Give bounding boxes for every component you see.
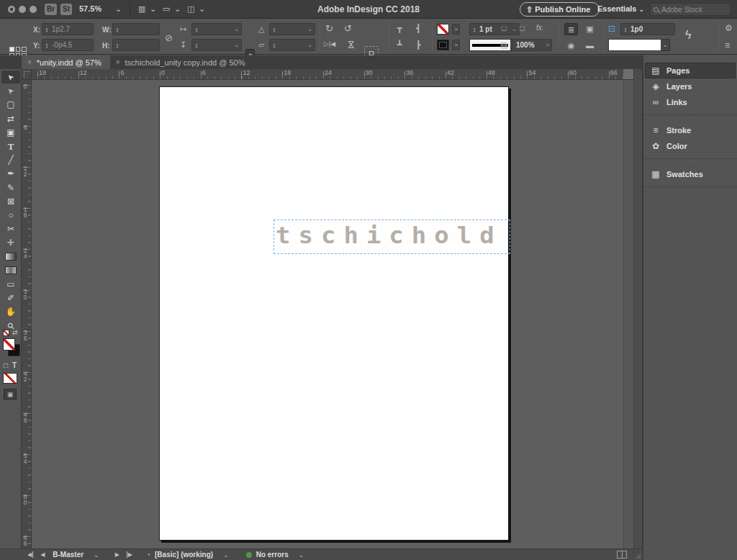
next-page-button[interactable]: ▶ [115, 551, 119, 558]
workspace-switcher[interactable]: Essentials ⌄ [597, 4, 644, 13]
direct-selection-tool[interactable]: ➤ [1, 84, 20, 97]
corner-shape-icon[interactable]: □ [520, 24, 525, 32]
scale-y-icon: ↧ [180, 41, 186, 49]
type-tool[interactable]: T [1, 140, 20, 153]
page-select-chevron-icon[interactable]: ⌄ [94, 551, 99, 559]
page-select-dropdown[interactable]: B-Master [53, 551, 83, 559]
text-wrap-jump-button[interactable]: ▬ [583, 40, 597, 52]
ruler-origin[interactable] [22, 69, 32, 80]
free-transform-tool[interactable]: ✛ [1, 236, 20, 249]
group-drag-handle[interactable]: ······ [643, 115, 737, 122]
tab-unity[interactable]: × *unity.indd @ 57% [22, 55, 110, 69]
text-wrap-none-button[interactable]: ≣ [564, 23, 578, 35]
fill-swatch[interactable] [3, 338, 15, 351]
w-field[interactable]: ▴▾ [112, 23, 160, 35]
y-field[interactable]: ▴▾ -0p4.5 [42, 39, 94, 51]
panel-icon: ▦ [645, 169, 666, 179]
formatting-affects-container-icon[interactable]: □ [4, 361, 8, 369]
rotate-cw-icon[interactable]: ↻ [325, 24, 333, 33]
fill-color-swatch[interactable] [437, 40, 449, 50]
vertical-scrollbar[interactable] [623, 80, 633, 548]
panel-stroke[interactable]: ≡ Stroke [645, 122, 736, 138]
gap-tool[interactable]: ⇄ [1, 112, 20, 125]
preflight-profile[interactable]: [Basic] (working) [155, 551, 213, 559]
group-drag-handle[interactable]: ······ [643, 55, 737, 63]
object-style-dropdown[interactable]: ⌄ [608, 39, 670, 51]
distribute-top-icon[interactable]: ┳ [397, 24, 402, 32]
distribute-bottom-icon[interactable]: ┻ [397, 41, 402, 49]
resize-grip[interactable]: ◢ [635, 551, 641, 559]
document-page[interactable]: tschichold [159, 86, 509, 541]
corner-options-icon[interactable]: □ [502, 24, 507, 32]
search-input[interactable] [661, 6, 725, 14]
group-drag-handle[interactable]: ······ [643, 159, 737, 166]
gradient-feather-tool[interactable] [1, 264, 20, 277]
preflight-chevron-icon[interactable]: ⌄ [223, 551, 229, 559]
first-page-button[interactable]: ◀ [27, 551, 33, 558]
panel-menu-icon[interactable]: ≡ [725, 41, 730, 50]
tab-close-icon[interactable]: × [116, 58, 120, 66]
scissors-tool[interactable]: ✂ [1, 222, 20, 235]
rotation-angle-field[interactable]: ▴▾⌄ [269, 23, 315, 35]
preflight-menu-chevron-icon[interactable]: ⌄ [299, 551, 304, 559]
apply-none-button[interactable] [3, 373, 17, 384]
note-tool[interactable]: ▭ [1, 278, 20, 291]
constrain-wh-link-icon[interactable]: ⊘ [165, 33, 173, 42]
panel-pages[interactable]: ▤ Pages [645, 63, 736, 78]
effects-fx-icon[interactable]: fx. [536, 24, 544, 32]
stroke-color-swatch[interactable] [437, 24, 449, 35]
rectangle-frame-tool[interactable]: ⊠ [1, 195, 20, 208]
spread-view-icon[interactable] [617, 551, 627, 559]
pen-tool[interactable]: ✒ [1, 167, 20, 180]
content-collector-tool[interactable]: ▣ [1, 126, 20, 139]
distribute-left-icon[interactable]: ┫ [416, 24, 421, 32]
corner-radius-field[interactable]: ▴▾ 1p0 [620, 23, 675, 35]
distribute-right-icon[interactable]: ┣ [416, 41, 421, 49]
scale-y-field[interactable]: ▴▾⌄ [191, 39, 242, 51]
publish-online-button[interactable]: ⇧ Publish Online [520, 2, 600, 17]
panel-color[interactable]: ✿ Color [645, 138, 736, 154]
frame-fitting-icon[interactable]: ⊡ [608, 24, 615, 33]
x-field[interactable]: ▴▾ 1p2.7 [42, 23, 94, 35]
scale-x-field[interactable]: ▴▾⌄ [191, 23, 242, 35]
pencil-tool[interactable]: ✎ [1, 181, 20, 194]
fill-color-flyout[interactable]: > [452, 40, 460, 50]
color-theme-tool[interactable]: ✐ [1, 292, 20, 304]
line-tool[interactable]: ╱ [1, 153, 20, 166]
tab-tschichold-copy[interactable]: × tschichold_unity copy.indd @ 50% [110, 55, 254, 69]
panel-links[interactable]: ∞ Links [645, 94, 736, 110]
last-page-button[interactable]: ▶ [127, 551, 132, 558]
panel-icon: ≡ [645, 125, 666, 135]
hand-tool[interactable]: ✋ [1, 305, 20, 318]
quick-apply-icon[interactable]: ϟ [685, 30, 691, 41]
vertical-ruler[interactable]: 0612182430364248546066 [22, 80, 32, 548]
selection-tool[interactable]: ➤ [1, 71, 20, 83]
formatting-affects-text-icon[interactable]: T [12, 361, 17, 369]
rotate-ccw-icon[interactable]: ↺ [344, 24, 352, 33]
panel-layers[interactable]: ◈ Layers [645, 78, 736, 94]
panel-swatches[interactable]: ▦ Swatches [645, 166, 736, 182]
ellipse-tool[interactable]: ○ [1, 209, 20, 222]
adobe-stock-search[interactable] [650, 3, 731, 16]
tab-close-icon[interactable]: × [27, 58, 32, 66]
page-tool[interactable]: ▢ [1, 98, 20, 111]
flip-vertical-icon[interactable]: ⋈ [347, 40, 356, 49]
opacity-field[interactable]: 100% > [512, 39, 552, 51]
text-wrap-bounding-button[interactable]: ▣ [583, 23, 597, 35]
swap-fill-stroke-icon[interactable]: ⇄ [12, 329, 18, 336]
gear-icon[interactable]: ⚙ [725, 24, 733, 32]
horizontal-ruler[interactable]: 181260612182430364248546066 [32, 69, 623, 80]
previous-page-button[interactable]: ◀ [40, 551, 45, 558]
selected-text-frame[interactable]: tschichold [273, 220, 510, 254]
gradient-tool[interactable] [1, 250, 20, 263]
text-wrap-object-button[interactable]: ◉ [564, 40, 578, 52]
shear-angle-field[interactable]: ▴▾⌄ [269, 39, 315, 51]
stroke-weight-field[interactable]: ▴▾ 1 pt ⌄ [469, 23, 520, 35]
pasteboard[interactable]: tschichold [32, 80, 623, 548]
flip-horizontal-icon[interactable]: ▷|◀ [324, 41, 335, 48]
stroke-color-flyout[interactable]: > [452, 24, 460, 35]
h-field[interactable]: ▴▾ [112, 39, 160, 51]
default-fill-stroke-icon[interactable] [3, 330, 9, 336]
apply-gradient-button[interactable]: ▣ [4, 389, 17, 399]
search-icon [654, 7, 659, 12]
